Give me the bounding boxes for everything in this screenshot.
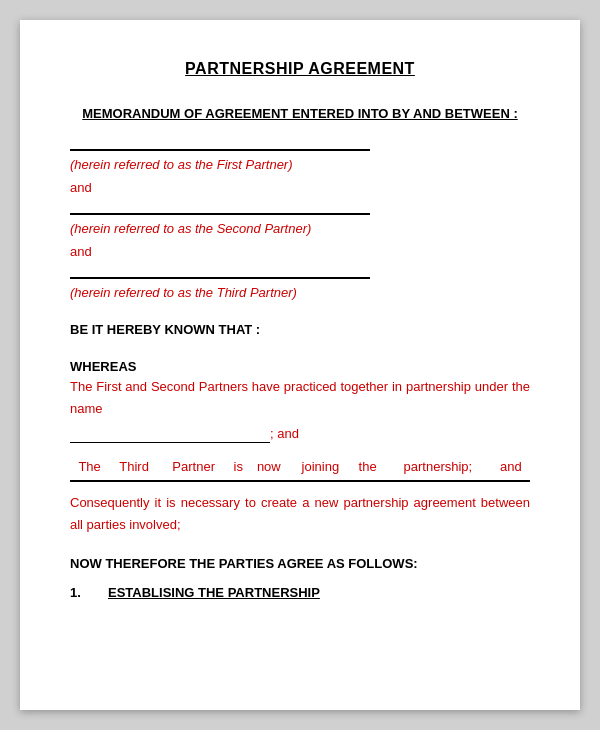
third-partner-line [70,277,370,279]
whereas-block: The First and Second Partners have pract… [70,376,530,445]
whereas-text1: The First and Second Partners have pract… [70,379,530,416]
word-partner: Partner [159,459,228,474]
consequently-text: Consequently it is necessary to create a… [70,492,530,536]
word-and: and [492,459,530,474]
second-partner-line [70,213,370,215]
be-it-known-heading: BE IT HEREBY KNOWN THAT : [70,322,530,337]
word-third: Third [109,459,159,474]
main-title: PARTNERSHIP AGREEMENT [70,60,530,78]
sub-title: MEMORANDUM OF AGREEMENT ENTERED INTO BY … [70,106,530,121]
first-partner-label: (herein referred to as the First Partner… [70,157,530,172]
partnership-name-line [70,420,270,443]
word-the: The [70,459,109,474]
word-now: now [248,459,289,474]
word-partnership: partnership; [384,459,492,474]
section-1-heading: ESTABLISING THE PARTNERSHIP [108,585,320,600]
semicolon-and: ; and [270,426,299,441]
and-separator-2: and [70,244,530,259]
word-is: is [228,459,248,474]
and-separator-1: and [70,180,530,195]
third-partner-label: (herein referred to as the Third Partner… [70,285,530,300]
document-page: PARTNERSHIP AGREEMENT MEMORANDUM OF AGRE… [20,20,580,710]
section-number: 1. [70,585,100,600]
word-the2: the [351,459,384,474]
second-partner-label: (herein referred to as the Second Partne… [70,221,530,236]
third-partner-table: The Third Partner is now joining the par… [70,459,530,482]
now-therefore-heading: NOW THEREFORE THE PARTIES AGREE AS FOLLO… [70,556,530,571]
section-1: 1. ESTABLISING THE PARTNERSHIP [70,585,530,600]
third-partner-joining-block: The Third Partner is now joining the par… [70,459,530,482]
first-partner-line [70,149,370,151]
whereas-heading: WHEREAS [70,359,530,374]
word-joining: joining [290,459,352,474]
